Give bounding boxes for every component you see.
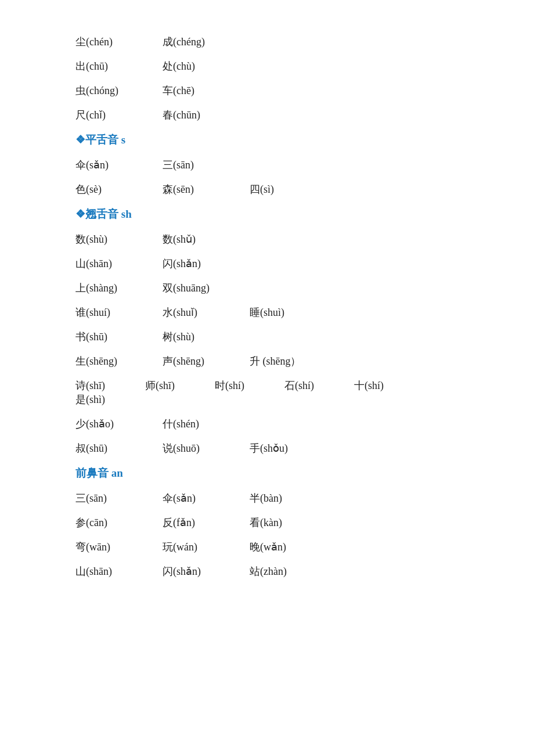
content-cell: 树(shù) <box>163 330 250 344</box>
content-cell: 双(shuāng) <box>163 281 250 295</box>
content-cell: 闪(shǎn) <box>163 564 250 578</box>
content-section: 尘(chén)成(chéng)出(chū)处(chù)虫(chóng)车(chē… <box>75 35 459 122</box>
content-cell: 色(sè) <box>75 182 163 196</box>
content-cell: 山(shān) <box>75 257 163 271</box>
content-row: 虫(chóng)车(chē) <box>75 84 459 98</box>
content-cell: 伞(sǎn) <box>163 491 250 505</box>
content-cell: 叔(shū) <box>75 441 163 455</box>
content-cell: 书(shū) <box>75 330 163 344</box>
content-row: 色(sè)森(sēn)四(sì) <box>75 182 459 196</box>
content-cell: 数(shù) <box>75 232 163 246</box>
page-content: 尘(chén)成(chéng)出(chū)处(chù)虫(chóng)车(chē… <box>75 35 459 578</box>
content-cell: 晚(wǎn) <box>250 540 337 554</box>
content-cell: 手(shǒu) <box>250 441 337 455</box>
content-cell: 生(shēng) <box>75 354 163 368</box>
section-heading: ❖翘舌音 sh <box>75 207 459 222</box>
content-cell: 闪(shǎn) <box>163 257 250 271</box>
content-cell: 石(shí) <box>284 379 354 393</box>
content-cell: 玩(wán) <box>163 540 250 554</box>
content-cell: 山(shān) <box>75 564 163 578</box>
content-cell: 水(shuǐ) <box>163 305 250 319</box>
content-section: 伞(sǎn)三(sān)色(sè)森(sēn)四(sì) <box>75 158 459 196</box>
content-cell: 站(zhàn) <box>250 564 337 578</box>
content-cell: 森(sēn) <box>163 182 250 196</box>
content-row: 谁(shuí)水(shuǐ)睡(shuì) <box>75 305 459 319</box>
content-cell: 半(bàn) <box>250 491 337 505</box>
content-cell: 少(shǎo) <box>75 417 163 431</box>
content-section: 三(sān)伞(sǎn)半(bàn)参(cān)反(fǎn)看(kàn)弯(wā… <box>75 491 459 578</box>
content-row: 上(shàng)双(shuāng) <box>75 281 459 295</box>
content-cell: 谁(shuí) <box>75 305 163 319</box>
content-row: 参(cān)反(fǎn)看(kàn) <box>75 516 459 530</box>
content-row: 山(shān)闪(shǎn)站(zhàn) <box>75 564 459 578</box>
content-cell: 说(shuō) <box>163 441 250 455</box>
section-heading-plain: 前鼻音 an <box>75 466 459 481</box>
content-row: 少(shǎo)什(shén) <box>75 417 459 431</box>
content-cell: 上(shàng) <box>75 281 163 295</box>
content-cell: 声(shēng) <box>163 354 250 368</box>
content-row: 弯(wān)玩(wán)晚(wǎn) <box>75 540 459 554</box>
content-cell: 是(shì) <box>75 393 145 406</box>
content-section: 数(shù)数(shǔ)山(shān)闪(shǎn)上(shàng)双(shuā… <box>75 232 459 455</box>
content-cell: 春(chūn) <box>163 108 250 122</box>
content-row: 叔(shū)说(shuō)手(shǒu) <box>75 441 459 455</box>
content-cell: 十(shí) <box>354 379 424 393</box>
content-cell: 三(sān) <box>163 158 250 172</box>
content-row: 数(shù)数(shǔ) <box>75 232 459 246</box>
section-heading: ❖平舌音 s <box>75 132 459 147</box>
content-cell: 看(kàn) <box>250 516 337 530</box>
content-cell: 伞(sǎn) <box>75 158 163 172</box>
content-cell: 车(chē) <box>163 84 250 98</box>
content-row: 出(chū)处(chù) <box>75 59 459 73</box>
content-cell: 四(sì) <box>250 182 337 196</box>
content-row: 生(shēng)声(shēng)升 (shēng） <box>75 354 459 368</box>
content-cell: 时(shí) <box>215 379 284 393</box>
content-cell: 什(shén) <box>163 417 250 431</box>
content-cell: 出(chū) <box>75 59 163 73</box>
content-row: 诗(shī)师(shī)时(shí)石(shí)十(shí)是(shì) <box>75 379 459 406</box>
content-cell: 睡(shuì) <box>250 305 337 319</box>
content-cell: 弯(wān) <box>75 540 163 554</box>
content-cell: 师(shī) <box>145 379 215 393</box>
content-cell: 尘(chén) <box>75 35 163 49</box>
content-cell: 参(cān) <box>75 516 163 530</box>
content-row: 尺(chǐ)春(chūn) <box>75 108 459 122</box>
content-cell: 处(chù) <box>163 59 250 73</box>
content-row: 伞(sǎn)三(sān) <box>75 158 459 172</box>
content-row: 三(sān)伞(sǎn)半(bàn) <box>75 491 459 505</box>
content-cell: 成(chéng) <box>163 35 250 49</box>
content-cell: 升 (shēng） <box>250 354 337 368</box>
content-row: 山(shān)闪(shǎn) <box>75 257 459 271</box>
content-row: 尘(chén)成(chéng) <box>75 35 459 49</box>
content-cell: 尺(chǐ) <box>75 108 163 122</box>
content-cell: 数(shǔ) <box>163 232 250 246</box>
content-cell: 三(sān) <box>75 491 163 505</box>
content-cell: 虫(chóng) <box>75 84 163 98</box>
content-cell: 诗(shī) <box>75 379 145 393</box>
content-row: 书(shū)树(shù) <box>75 330 459 344</box>
content-cell: 反(fǎn) <box>163 516 250 530</box>
